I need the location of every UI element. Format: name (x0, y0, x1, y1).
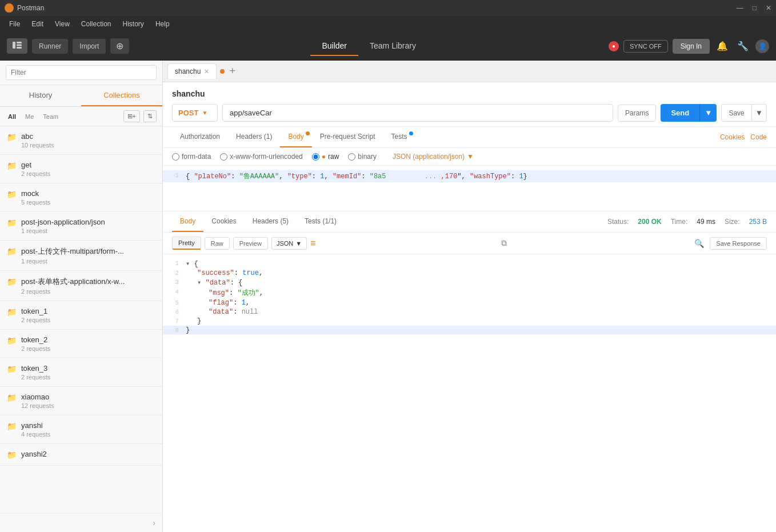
collection-item[interactable]: 📁 post-json-application/json 1 request (0, 212, 162, 241)
filter-team[interactable]: Team (41, 112, 61, 121)
collection-meta: 2 requests (21, 288, 155, 295)
builder-tab[interactable]: Builder (310, 37, 358, 56)
method-select[interactable]: POST ▼ (172, 104, 218, 122)
cookies-link[interactable]: Cookies (720, 133, 745, 141)
sync-btn[interactable]: SYNC OFF (623, 40, 668, 53)
collection-item[interactable]: 📁 token_3 2 requests (0, 358, 162, 387)
collection-item[interactable]: 📁 yanshi2 (0, 444, 162, 466)
collection-item[interactable]: 📁 post-上传文件-multipart/form-... 1 request (0, 241, 162, 271)
resp-json-chevron-icon: ▼ (295, 240, 302, 247)
folder-icon: 📁 (7, 393, 17, 402)
menu-history[interactable]: History (118, 19, 149, 29)
send-btn[interactable]: Send (661, 104, 699, 122)
req-tab-authorization[interactable]: Authorization (172, 127, 228, 147)
sort-btn[interactable]: ⇅ (143, 110, 157, 122)
tab-close-btn[interactable]: ✕ (204, 68, 209, 75)
menu-collection[interactable]: Collection (77, 19, 116, 29)
code-link[interactable]: Code (750, 133, 767, 141)
menu-view[interactable]: View (50, 19, 74, 29)
params-btn[interactable]: Params (618, 105, 656, 122)
save-response-btn[interactable]: Save Response (710, 237, 767, 250)
url-input[interactable] (222, 104, 613, 122)
resp-line-4: 4 "msg": "成功", (163, 287, 776, 298)
code-editor[interactable]: 1 { "plateNo": "鲁AAAAAA", "type": 1, "me… (163, 166, 776, 211)
collection-item[interactable]: 📁 yanshi 4 requests (0, 415, 162, 444)
collection-item[interactable]: 📁 token_2 2 requests (0, 330, 162, 358)
radio-urlencoded[interactable]: x-www-form-urlencoded (220, 153, 302, 161)
bell-btn[interactable]: 🔔 (714, 38, 730, 54)
resp-tab-cookies[interactable]: Cookies (203, 211, 244, 232)
menu-edit[interactable]: Edit (27, 19, 48, 29)
response-area: Body Cookies Headers (5) Tests (1/1) Sta… (163, 211, 776, 532)
postman-logo (5, 3, 14, 13)
filter-all[interactable]: All (6, 112, 18, 121)
collection-item[interactable]: 📁 abc 10 requests (0, 126, 162, 155)
radio-form-data[interactable]: form-data (172, 153, 211, 161)
collection-name: mock (21, 189, 155, 198)
new-tab-btn[interactable]: ⊕ (110, 38, 129, 54)
format-raw-btn[interactable]: Raw (205, 237, 230, 250)
runner-btn[interactable]: Runner (32, 39, 68, 54)
sidebar-toggle-btn[interactable] (7, 38, 27, 54)
status-value: 200 OK (638, 218, 661, 226)
minimize-btn[interactable]: — (737, 4, 743, 12)
maximize-btn[interactable]: □ (753, 4, 757, 12)
response-tabs-bar: Body Cookies Headers (5) Tests (1/1) Sta… (163, 211, 776, 233)
search-response-btn[interactable]: 🔍 (692, 237, 706, 250)
sign-in-btn[interactable]: Sign In (673, 39, 710, 54)
radio-binary[interactable]: binary (348, 153, 377, 161)
add-collection-icon: ⊞+ (127, 113, 136, 119)
req-tab-pre-request[interactable]: Pre-request Script (312, 127, 383, 147)
json-format-select[interactable]: JSON (application/json) ▼ (393, 153, 474, 161)
wrench-btn[interactable]: 🔧 (735, 38, 751, 54)
add-collection-btn[interactable]: ⊞+ (123, 110, 140, 122)
send-dropdown-btn[interactable]: ▼ (699, 104, 717, 122)
format-preview-btn[interactable]: Preview (233, 237, 268, 250)
filter-input[interactable] (6, 65, 157, 80)
resp-json-dropdown[interactable]: JSON ▼ (271, 237, 307, 250)
resp-tab-tests[interactable]: Tests (1/1) (297, 211, 345, 232)
sidebar-tabs: History Collections (0, 85, 162, 107)
team-library-tab[interactable]: Team Library (358, 37, 427, 56)
radio-raw[interactable]: ● raw (312, 153, 339, 161)
avatar-btn[interactable]: 👤 (755, 39, 769, 53)
svg-rect-3 (17, 47, 22, 49)
close-btn[interactable]: ✕ (766, 4, 771, 12)
resp-tab-headers[interactable]: Headers (5) (245, 211, 297, 232)
menu-help[interactable]: Help (151, 19, 174, 29)
tab-unsaved-indicator (220, 69, 225, 74)
collection-item[interactable]: 📁 mock 5 requests (0, 183, 162, 212)
resp-line-6: 6 "data": null (163, 307, 776, 317)
request-area: shanchu POST ▼ Params Send ▼ (163, 82, 776, 127)
request-tab-shanchu[interactable]: shanchu ✕ (167, 63, 217, 79)
folder-icon: 📁 (7, 277, 17, 286)
wrap-icon[interactable]: ≡ (310, 238, 315, 249)
filter-me[interactable]: Me (23, 112, 36, 121)
collection-name: token_3 (21, 364, 155, 373)
resp-line-7: 7 } (163, 317, 776, 326)
sidebar-tab-history[interactable]: History (0, 85, 81, 106)
save-btn[interactable]: Save (721, 104, 751, 122)
collection-info: post-表单格式-application/x-w... 2 requests (21, 277, 155, 295)
format-pretty-btn[interactable]: Pretty (172, 237, 201, 250)
collection-meta: 5 requests (21, 199, 155, 206)
collection-item[interactable]: 📁 token_1 2 requests (0, 301, 162, 330)
sidebar-tab-collections[interactable]: Collections (81, 85, 162, 106)
collection-item[interactable]: 📁 get 2 requests (0, 155, 162, 183)
import-btn[interactable]: Import (73, 39, 106, 54)
menu-file[interactable]: File (5, 19, 25, 29)
req-tab-headers[interactable]: Headers (1) (228, 127, 280, 147)
add-tab-btn[interactable]: + (226, 65, 239, 77)
copy-response-btn[interactable]: ⧉ (499, 236, 509, 250)
collection-item[interactable]: 📁 post-表单格式-application/x-w... 2 request… (0, 271, 162, 301)
req-tab-tests[interactable]: Tests (383, 127, 415, 147)
collection-name: yanshi2 (21, 450, 155, 458)
resp-tab-body[interactable]: Body (172, 211, 203, 232)
collection-item[interactable]: 📁 xiaomao 12 requests (0, 387, 162, 415)
req-tab-body[interactable]: Body (280, 127, 311, 147)
collection-info: mock 5 requests (21, 189, 155, 206)
collection-meta: 1 request (21, 258, 155, 265)
window-controls[interactable]: — □ ✕ (737, 4, 771, 12)
save-dropdown-btn[interactable]: ▼ (752, 104, 767, 122)
expand-sidebar-btn[interactable]: › (153, 518, 155, 527)
